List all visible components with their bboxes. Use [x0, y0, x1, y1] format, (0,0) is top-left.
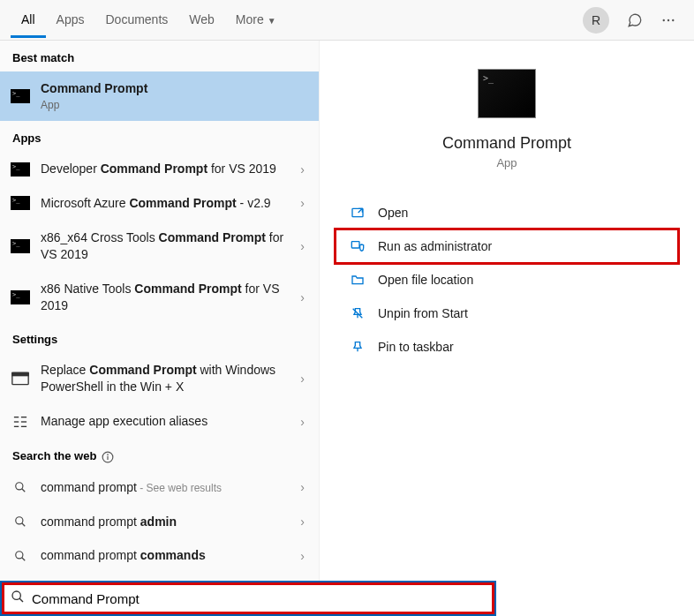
- best-match-result[interactable]: Command Prompt App: [0, 71, 319, 121]
- svg-line-19: [22, 558, 26, 561]
- search-input[interactable]: [32, 591, 486, 606]
- best-match-sub: App: [41, 98, 308, 112]
- action-label: Open file location: [378, 273, 473, 287]
- command-prompt-icon: [11, 195, 30, 211]
- search-icon: [11, 514, 30, 530]
- command-prompt-icon: [11, 238, 30, 254]
- web-result[interactable]: command prompt commands ›: [0, 538, 319, 573]
- command-prompt-icon: [11, 88, 30, 104]
- svg-point-1: [668, 19, 669, 20]
- svg-point-14: [16, 483, 23, 490]
- app-result-label: Microsoft Azure Command Prompt - v2.9: [41, 195, 290, 212]
- chevron-right-icon[interactable]: ›: [300, 162, 308, 177]
- command-prompt-icon: [11, 289, 30, 305]
- svg-line-21: [358, 208, 363, 213]
- search-icon: [11, 590, 25, 607]
- chevron-down-icon: ▼: [268, 16, 276, 26]
- action-label: Run as administrator: [378, 239, 492, 253]
- web-result[interactable]: command prompt - See web results ›: [0, 470, 319, 505]
- action-label: Open: [378, 206, 408, 220]
- svg-line-15: [22, 489, 26, 492]
- search-icon: [11, 548, 30, 564]
- action-pin-to-taskbar[interactable]: Pin to taskbar: [320, 330, 694, 364]
- action-unpin-from-start[interactable]: Unpin from Start: [320, 297, 694, 330]
- action-list: Open Run as administrator Open file loca…: [320, 189, 694, 371]
- svg-line-17: [22, 523, 26, 527]
- app-result-label: x86_x64 Cross Tools Command Prompt for V…: [41, 229, 290, 263]
- details-subtitle: App: [320, 156, 694, 169]
- folder-icon: [350, 272, 366, 288]
- command-prompt-icon: [11, 162, 30, 177]
- action-label: Pin to taskbar: [378, 340, 454, 354]
- web-result-label: command prompt admin: [41, 514, 290, 530]
- results-panel: Best match Command Prompt App Apps Devel…: [0, 41, 320, 581]
- chevron-right-icon[interactable]: ›: [300, 415, 308, 429]
- svg-point-26: [12, 591, 20, 599]
- app-large-icon: [478, 69, 536, 118]
- more-options-icon[interactable]: [660, 12, 676, 28]
- app-result[interactable]: Microsoft Azure Command Prompt - v2.9 ›: [0, 186, 319, 221]
- search-icon: [11, 479, 30, 495]
- chevron-right-icon[interactable]: ›: [300, 480, 308, 494]
- top-tab-bar: All Apps Documents Web More▼ R: [0, 0, 694, 41]
- aliases-setting-icon: [11, 414, 30, 430]
- details-panel: Command Prompt App Open Run as administr…: [320, 41, 694, 581]
- svg-line-27: [19, 598, 23, 602]
- user-avatar[interactable]: R: [583, 7, 609, 34]
- admin-shield-icon: [350, 238, 366, 254]
- svg-rect-4: [12, 373, 28, 376]
- top-actions: R: [583, 7, 683, 34]
- tab-more[interactable]: More▼: [225, 2, 287, 38]
- app-result-label: Developer Command Prompt for VS 2019: [41, 161, 290, 177]
- settings-result[interactable]: Replace Command Prompt with Windows Powe…: [0, 353, 319, 404]
- settings-result-label: Manage app execution aliases: [41, 413, 290, 430]
- action-label: Unpin from Start: [378, 306, 468, 320]
- chevron-right-icon[interactable]: ›: [300, 290, 308, 304]
- web-result-label: command prompt commands: [41, 547, 290, 564]
- svg-point-18: [16, 552, 23, 559]
- filter-tabs: All Apps Documents Web More▼: [11, 2, 287, 38]
- web-result[interactable]: command prompt admin ›: [0, 505, 319, 539]
- action-open-file-location[interactable]: Open file location: [320, 263, 694, 297]
- chevron-right-icon[interactable]: ›: [300, 239, 308, 253]
- settings-header: Settings: [0, 322, 319, 353]
- powershell-setting-icon: [11, 371, 30, 387]
- app-result[interactable]: x86 Native Tools Command Prompt for VS 2…: [0, 272, 319, 323]
- settings-result-label: Replace Command Prompt with Windows Powe…: [41, 362, 290, 395]
- svg-point-0: [663, 19, 665, 20]
- search-bar[interactable]: [0, 581, 496, 616]
- svg-point-2: [672, 19, 674, 20]
- app-result[interactable]: x86_x64 Cross Tools Command Prompt for V…: [0, 221, 319, 272]
- tab-apps[interactable]: Apps: [46, 2, 95, 38]
- apps-header: Apps: [0, 121, 319, 152]
- svg-rect-22: [351, 242, 359, 248]
- tab-web[interactable]: Web: [178, 2, 225, 38]
- pin-taskbar-icon: [350, 339, 366, 355]
- action-open[interactable]: Open: [320, 196, 694, 229]
- best-match-title: Command Prompt: [41, 81, 147, 95]
- unpin-start-icon: [350, 305, 366, 321]
- svg-point-16: [16, 517, 23, 524]
- app-result-label: x86 Native Tools Command Prompt for VS 2…: [41, 281, 290, 314]
- settings-result[interactable]: Manage app execution aliases ›: [0, 404, 319, 439]
- best-match-header: Best match: [0, 41, 319, 71]
- details-title: Command Prompt: [320, 134, 694, 153]
- app-result[interactable]: Developer Command Prompt for VS 2019 ›: [0, 152, 319, 186]
- tab-all[interactable]: All: [11, 2, 46, 38]
- chevron-right-icon[interactable]: ›: [300, 515, 308, 529]
- web-header: Search the web: [0, 439, 319, 470]
- action-run-as-admin[interactable]: Run as administrator: [336, 229, 678, 263]
- chevron-right-icon[interactable]: ›: [300, 372, 308, 386]
- open-icon: [350, 205, 366, 221]
- tab-documents[interactable]: Documents: [94, 2, 178, 38]
- chevron-right-icon[interactable]: ›: [300, 549, 308, 563]
- chevron-right-icon[interactable]: ›: [300, 196, 308, 210]
- info-icon[interactable]: [102, 451, 114, 463]
- web-result-label: command prompt - See web results: [41, 479, 290, 496]
- svg-point-13: [108, 454, 109, 454]
- feedback-icon[interactable]: [627, 12, 643, 28]
